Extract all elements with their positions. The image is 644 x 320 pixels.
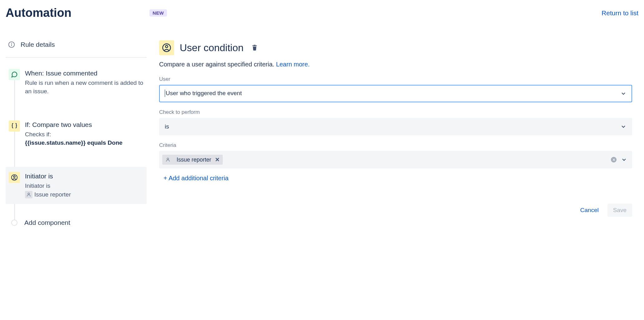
check-field-label: Check to perform <box>159 109 632 115</box>
chevron-down-icon <box>620 124 627 130</box>
step-initiator-is[interactable]: Initiator is Initiator is Issue reporter <box>6 167 147 204</box>
cancel-button[interactable]: Cancel <box>575 204 604 217</box>
criteria-tag-label: Issue reporter <box>177 157 211 163</box>
svg-point-8 <box>167 158 168 160</box>
user-field-label: User <box>159 76 632 82</box>
step-desc: Initiator is Issue reporter <box>25 182 71 199</box>
step-title: When: Issue commented <box>25 70 144 77</box>
chevron-down-icon <box>620 90 627 97</box>
comment-icon <box>9 69 20 80</box>
step-desc-prefix: Checks if: <box>25 131 51 138</box>
user-field-group: User User who triggered the event <box>159 76 632 102</box>
step-desc-bold: {{issue.status.name}} equals Done <box>25 139 123 146</box>
user-select-value: User who triggered the event <box>165 90 242 97</box>
subtitle-text: Compare a user against specified criteri… <box>159 61 276 68</box>
avatar-placeholder-icon <box>164 156 172 163</box>
trash-icon <box>251 44 258 51</box>
user-select[interactable]: User who triggered the event <box>159 85 632 102</box>
sidebar-divider <box>6 57 147 58</box>
chevron-down-icon <box>621 157 627 163</box>
svg-point-4 <box>13 176 15 178</box>
add-component-label: Add component <box>24 219 70 226</box>
check-select[interactable]: is <box>159 118 632 135</box>
step-if-compare-values[interactable]: If: Compare two values Checks if: {{issu… <box>6 115 147 152</box>
step-title: If: Compare two values <box>25 121 123 128</box>
rule-details-label: Rule details <box>21 41 55 48</box>
clear-all-button[interactable]: ✕ <box>611 157 617 162</box>
header-left: Automation NEW <box>6 6 167 20</box>
main-title: User condition <box>180 42 244 54</box>
add-component-button[interactable]: Add component <box>6 219 147 226</box>
step-when-issue-commented[interactable]: When: Issue commented Rule is run when a… <box>6 64 147 100</box>
page-title: Automation <box>6 6 71 20</box>
svg-point-2 <box>11 43 12 43</box>
return-to-list-link[interactable]: Return to list <box>602 9 638 17</box>
check-field-group: Check to perform is <box>159 109 632 135</box>
subtitle: Compare a user against specified criteri… <box>159 61 632 68</box>
tag-remove-button[interactable]: ✕ <box>214 156 220 163</box>
criteria-actions: ✕ <box>611 157 627 163</box>
add-additional-criteria-link[interactable]: + Add additional criteria <box>163 175 228 182</box>
add-circle-icon <box>11 220 17 226</box>
criteria-tag: Issue reporter ✕ <box>162 155 223 165</box>
save-button[interactable]: Save <box>607 204 632 217</box>
svg-point-7 <box>165 46 168 48</box>
step-desc: Rule is run when a new comment is added … <box>25 79 144 95</box>
step-title: Initiator is <box>25 172 71 180</box>
avatar-placeholder-icon <box>25 191 32 198</box>
criteria-field-group: Criteria Issue reporter ✕ ✕ <box>159 142 632 168</box>
step-desc-value: Issue reporter <box>34 191 71 198</box>
user-circle-icon <box>9 172 20 183</box>
timeline: When: Issue commented Rule is run when a… <box>6 64 147 226</box>
page-header: Automation NEW Return to list <box>6 6 638 20</box>
sidebar: Rule details When: Issue commented Rule … <box>6 38 147 226</box>
rule-details-row[interactable]: Rule details <box>6 38 147 57</box>
check-select-value: is <box>165 123 169 130</box>
step-desc: Checks if: {{issue.status.name}} equals … <box>25 130 123 147</box>
info-icon <box>8 41 15 48</box>
delete-button[interactable] <box>249 42 260 54</box>
user-circle-icon <box>159 40 174 55</box>
criteria-field-label: Criteria <box>159 142 632 148</box>
action-buttons: Cancel Save <box>159 204 632 217</box>
criteria-select[interactable]: Issue reporter ✕ ✕ <box>159 151 632 168</box>
svg-point-5 <box>28 193 29 195</box>
new-badge: NEW <box>149 9 167 17</box>
main-header: User condition <box>159 40 632 55</box>
learn-more-link[interactable]: Learn more. <box>276 61 310 68</box>
main-panel: User condition Compare a user against sp… <box>159 38 638 226</box>
braces-icon <box>9 120 20 132</box>
step-desc-prefix: Initiator is <box>25 182 50 189</box>
